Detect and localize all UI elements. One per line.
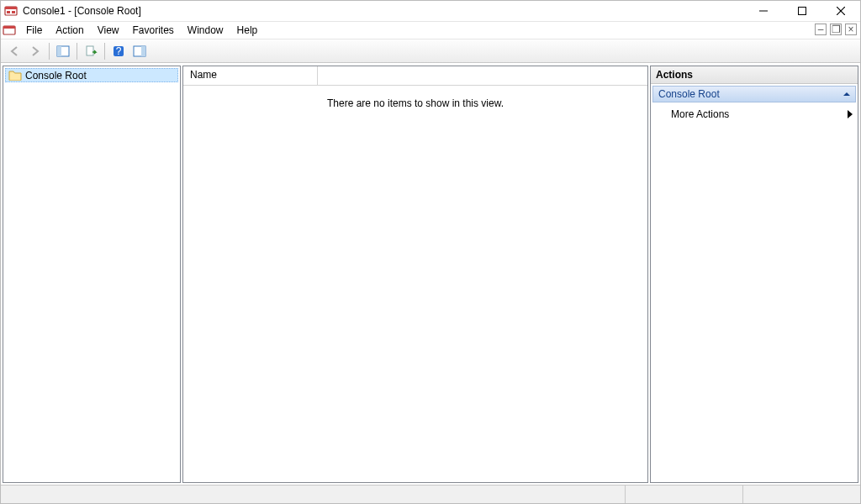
actions-more-label: More Actions	[671, 108, 729, 120]
mdi-restore-button[interactable]: ❐	[830, 24, 842, 35]
empty-view-message: There are no items to show in this view.	[183, 97, 647, 109]
menu-bar: File Action View Favorites Window Help –…	[1, 22, 860, 39]
svg-text:?: ?	[116, 45, 122, 57]
maximize-button[interactable]	[783, 1, 821, 22]
help-icon: ?	[112, 45, 125, 58]
actions-group-header[interactable]: Console Root	[652, 86, 856, 102]
tree-node-label: Console Root	[25, 70, 87, 81]
mmc-window: Console1 - [Console Root] File Action Vi…	[0, 0, 861, 504]
show-tree-button[interactable]	[53, 41, 73, 61]
arrow-right-icon	[29, 45, 42, 58]
actions-group-label: Console Root	[658, 88, 720, 100]
window-title: Console1 - [Console Root]	[23, 5, 141, 17]
toolbar: ?	[1, 39, 860, 63]
column-header-name[interactable]: Name	[183, 66, 318, 85]
action-pane-button[interactable]	[129, 41, 150, 61]
svg-rect-2	[7, 11, 10, 13]
arrow-left-icon	[8, 45, 21, 58]
action-pane-icon	[133, 45, 146, 58]
menu-window[interactable]: Window	[181, 23, 230, 38]
tree-node-console-root[interactable]: Console Root	[5, 68, 178, 82]
mdi-close-button[interactable]: ×	[845, 24, 857, 35]
maximize-icon	[798, 7, 806, 15]
actions-pane: Actions Console Root More Actions	[650, 66, 858, 483]
submenu-arrow-icon	[848, 110, 853, 118]
mmc-icon	[4, 4, 18, 18]
svg-rect-5	[799, 8, 806, 15]
folder-icon	[8, 70, 22, 81]
menu-file[interactable]: File	[19, 23, 49, 38]
work-area: Console Root Name There are no items to …	[1, 63, 860, 485]
export-list-button[interactable]	[81, 41, 101, 61]
menu-help[interactable]: Help	[230, 23, 265, 38]
export-list-icon	[84, 45, 98, 58]
mdi-controls: – ❐ ×	[815, 24, 857, 35]
status-middle	[625, 486, 742, 503]
minimize-button[interactable]	[744, 1, 783, 22]
forward-button[interactable]	[25, 41, 45, 61]
close-icon	[837, 7, 845, 15]
toolbar-separator	[77, 43, 77, 60]
mdi-minimize-icon: –	[818, 26, 824, 34]
tree-pane-icon	[56, 45, 70, 58]
close-button[interactable]	[821, 1, 860, 22]
svg-rect-12	[87, 46, 93, 55]
help-button[interactable]: ?	[108, 41, 129, 61]
status-right	[742, 486, 860, 503]
result-list-pane[interactable]: Name There are no items to show in this …	[182, 66, 648, 483]
actions-pane-title: Actions	[651, 66, 858, 84]
status-left	[1, 486, 625, 503]
mmc-menu-icon	[3, 24, 16, 37]
console-tree-pane[interactable]: Console Root	[3, 66, 181, 483]
mdi-close-icon: ×	[848, 26, 853, 34]
menu-favorites[interactable]: Favorites	[126, 23, 181, 38]
title-bar: Console1 - [Console Root]	[1, 1, 860, 22]
minimize-icon	[759, 7, 768, 15]
svg-rect-11	[57, 46, 61, 56]
list-columns: Name	[183, 66, 647, 86]
menu-action[interactable]: Action	[49, 23, 90, 38]
status-bar	[1, 485, 860, 503]
actions-more-actions[interactable]: More Actions	[651, 104, 858, 124]
svg-rect-3	[12, 11, 15, 13]
back-button[interactable]	[4, 41, 24, 61]
svg-rect-16	[141, 46, 145, 56]
svg-rect-9	[3, 26, 15, 29]
toolbar-separator	[49, 43, 50, 60]
mdi-minimize-button[interactable]: –	[815, 24, 827, 35]
menu-view[interactable]: View	[91, 23, 126, 38]
toolbar-separator	[104, 43, 105, 60]
mdi-restore-icon: ❐	[832, 26, 841, 34]
svg-rect-1	[5, 7, 17, 9]
collapse-icon	[843, 91, 850, 97]
